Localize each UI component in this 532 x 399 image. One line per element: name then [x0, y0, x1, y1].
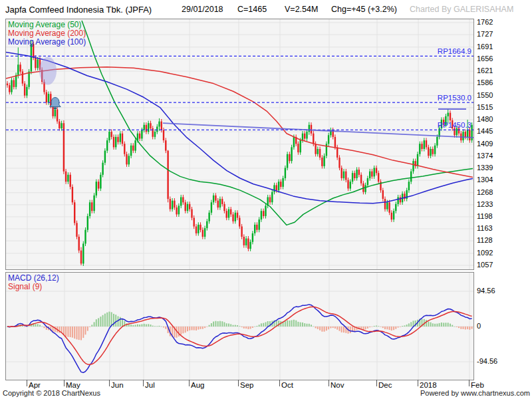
x-tick-mark [279, 380, 280, 386]
chartnexus-window: Japfa Comfeed Indonesia Tbk. (JPFA) 29/0… [0, 0, 532, 399]
price-y-tick: 1727 [477, 30, 493, 38]
price-y-tick: 1656 [477, 55, 493, 63]
price-y-tick: 1339 [477, 164, 493, 172]
x-tick-label: Apr [29, 381, 41, 389]
price-y-tick: 1445 [477, 127, 493, 135]
x-tick-mark [238, 380, 239, 386]
price-y-tick: 1057 [477, 261, 493, 269]
x-tick-mark [376, 380, 377, 386]
macd-y-tick: 0 [477, 322, 481, 330]
price-y-tick: 1374 [477, 152, 493, 160]
price-y-tick: 1691 [477, 43, 493, 51]
macd-y-tick: 94.56 [477, 287, 495, 295]
price-y-tick: 1480 [477, 115, 493, 123]
quote-volume: V=2.54M [285, 5, 318, 14]
macd-y-tick: -94.56 [477, 357, 497, 365]
svg-text:RP1450.3: RP1450.3 [438, 121, 471, 129]
x-tick-label: Oct [281, 381, 293, 389]
x-tick-label: Jun [111, 381, 124, 389]
quote-date: 29/01/2018 [182, 5, 223, 14]
svg-text:RP1664.9: RP1664.9 [438, 47, 471, 55]
x-tick-label: Feb [471, 381, 484, 389]
x-tick-mark [189, 380, 190, 386]
macd-legend: MACD (26,12) Signal (9) [8, 274, 59, 291]
price-y-tick: 1550 [477, 91, 493, 99]
x-tick-mark [64, 380, 65, 386]
price-y-tick: 1268 [477, 188, 493, 196]
price-y-tick: 1304 [477, 176, 493, 184]
price-y-tick: 1621 [477, 66, 493, 74]
quote-close: C=1465 [237, 5, 267, 14]
price-y-tick: 1409 [477, 140, 493, 148]
price-y-tick: 1198 [477, 212, 493, 220]
x-tick-mark [418, 380, 418, 386]
price-y-tick: 1762 [477, 18, 493, 26]
candlestick-chart: RP1664.9RP1530.0RP1450.3 [6, 19, 473, 269]
x-tick-mark [109, 380, 110, 386]
quote-change: Chg=+45 (+3.2%) [331, 5, 397, 14]
legend-signal: Signal (9) [8, 283, 59, 291]
x-tick-mark [143, 380, 144, 386]
price-legend: Moving Average (50) Moving Average (200)… [8, 21, 86, 47]
price-y-tick: 1586 [477, 78, 493, 86]
copyright-text: Copyright © 2018 ChartNexus [3, 389, 100, 397]
x-tick-label: Aug [191, 381, 204, 389]
stock-title: Japfa Comfeed Indonesia Tbk. (JPFA) [5, 5, 152, 15]
x-tick-label: 2018 [420, 381, 437, 389]
price-y-tick: 1515 [477, 103, 493, 111]
svg-text:RP1530.0: RP1530.0 [438, 94, 471, 102]
price-chart-panel[interactable]: RP1664.9RP1530.0RP1450.3 [5, 19, 474, 270]
x-tick-label: Nov [331, 381, 344, 389]
macd-chart-panel[interactable] [5, 272, 474, 380]
price-y-tick: 1092 [477, 249, 493, 257]
x-tick-mark [469, 380, 469, 386]
price-y-tick: 1128 [477, 236, 493, 244]
x-tick-label: May [66, 381, 80, 389]
x-tick-mark [27, 380, 27, 386]
x-tick-mark [329, 380, 329, 386]
x-tick-label: Sep [240, 381, 253, 389]
x-tick-label: Dec [378, 381, 392, 389]
price-y-tick: 1233 [477, 200, 493, 208]
highlight-ellipse-annotation [39, 57, 57, 85]
x-tick-label: Jul [145, 381, 155, 389]
powered-by-text: Powered by www.chartnexus.com [420, 389, 530, 397]
legend-ma100: Moving Average (100) [8, 38, 86, 47]
charted-by-watermark: Charted By GALERISAHAM [410, 5, 513, 14]
price-y-tick: 1163 [477, 224, 493, 232]
macd-chart [6, 273, 473, 380]
